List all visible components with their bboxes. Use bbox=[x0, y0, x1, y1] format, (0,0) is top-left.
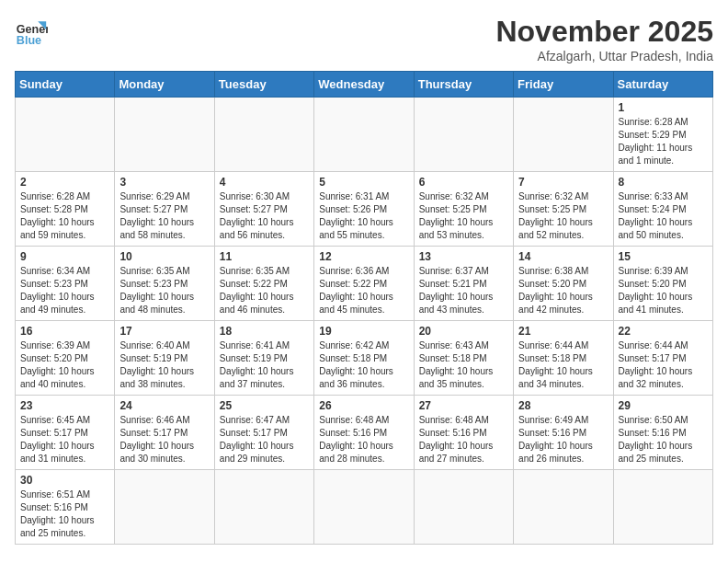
calendar-day-cell: 20Sunrise: 6:43 AM Sunset: 5:18 PM Dayli… bbox=[414, 321, 513, 396]
day-number: 11 bbox=[220, 250, 309, 263]
calendar-day-cell bbox=[314, 470, 414, 545]
day-info: Sunrise: 6:28 AM Sunset: 5:29 PM Dayligh… bbox=[619, 116, 708, 167]
day-number: 27 bbox=[419, 399, 508, 412]
day-info: Sunrise: 6:42 AM Sunset: 5:18 PM Dayligh… bbox=[319, 339, 408, 391]
calendar-day-cell bbox=[115, 98, 214, 172]
day-info: Sunrise: 6:35 AM Sunset: 5:22 PM Dayligh… bbox=[220, 265, 309, 316]
day-info: Sunrise: 6:33 AM Sunset: 5:24 PM Dayligh… bbox=[619, 190, 708, 242]
day-number: 20 bbox=[419, 325, 508, 338]
day-info: Sunrise: 6:45 AM Sunset: 5:17 PM Dayligh… bbox=[20, 414, 109, 465]
day-info: Sunrise: 6:49 AM Sunset: 5:16 PM Dayligh… bbox=[518, 414, 608, 465]
logo: General Blue bbox=[15, 15, 48, 48]
calendar-day-cell: 22Sunrise: 6:44 AM Sunset: 5:17 PM Dayli… bbox=[613, 321, 712, 396]
day-info: Sunrise: 6:48 AM Sunset: 5:16 PM Dayligh… bbox=[319, 414, 408, 465]
calendar-table: SundayMondayTuesdayWednesdayThursdayFrid… bbox=[15, 71, 713, 545]
calendar-day-cell: 24Sunrise: 6:46 AM Sunset: 5:17 PM Dayli… bbox=[115, 396, 214, 470]
day-of-week-header: Friday bbox=[514, 72, 613, 98]
day-info: Sunrise: 6:41 AM Sunset: 5:19 PM Dayligh… bbox=[220, 339, 309, 391]
calendar-day-cell: 19Sunrise: 6:42 AM Sunset: 5:18 PM Dayli… bbox=[314, 321, 414, 396]
calendar-day-cell bbox=[214, 98, 313, 172]
calendar-week-row: 9Sunrise: 6:34 AM Sunset: 5:23 PM Daylig… bbox=[16, 247, 713, 321]
day-info: Sunrise: 6:30 AM Sunset: 5:27 PM Dayligh… bbox=[220, 190, 309, 242]
day-of-week-header: Monday bbox=[115, 72, 214, 98]
day-number: 8 bbox=[619, 176, 708, 189]
location-subtitle: Afzalgarh, Uttar Pradesh, India bbox=[495, 49, 713, 63]
day-info: Sunrise: 6:29 AM Sunset: 5:27 PM Dayligh… bbox=[119, 190, 209, 242]
day-info: Sunrise: 6:37 AM Sunset: 5:21 PM Dayligh… bbox=[419, 265, 508, 316]
calendar-week-row: 1Sunrise: 6:28 AM Sunset: 5:29 PM Daylig… bbox=[16, 98, 713, 172]
day-number: 21 bbox=[518, 325, 608, 338]
day-info: Sunrise: 6:43 AM Sunset: 5:18 PM Dayligh… bbox=[419, 339, 508, 391]
day-info: Sunrise: 6:51 AM Sunset: 5:16 PM Dayligh… bbox=[20, 488, 109, 540]
day-number: 7 bbox=[518, 176, 608, 189]
calendar-day-cell: 9Sunrise: 6:34 AM Sunset: 5:23 PM Daylig… bbox=[16, 247, 115, 321]
svg-text:Blue: Blue bbox=[17, 34, 41, 47]
day-number: 22 bbox=[619, 325, 708, 338]
month-title: November 2025 bbox=[495, 15, 713, 49]
day-info: Sunrise: 6:36 AM Sunset: 5:22 PM Dayligh… bbox=[319, 265, 408, 316]
day-info: Sunrise: 6:28 AM Sunset: 5:28 PM Dayligh… bbox=[20, 190, 109, 242]
day-number: 24 bbox=[119, 399, 209, 412]
day-number: 9 bbox=[20, 250, 109, 263]
day-of-week-header: Wednesday bbox=[314, 72, 414, 98]
calendar-day-cell bbox=[514, 98, 613, 172]
logo-icon: General Blue bbox=[15, 15, 48, 48]
day-number: 6 bbox=[419, 176, 508, 189]
calendar-day-cell: 15Sunrise: 6:39 AM Sunset: 5:20 PM Dayli… bbox=[613, 247, 712, 321]
day-info: Sunrise: 6:50 AM Sunset: 5:16 PM Dayligh… bbox=[619, 414, 708, 465]
calendar-day-cell bbox=[613, 470, 712, 545]
day-number: 29 bbox=[619, 399, 708, 412]
day-number: 26 bbox=[319, 399, 408, 412]
calendar-week-row: 30Sunrise: 6:51 AM Sunset: 5:16 PM Dayli… bbox=[16, 470, 713, 545]
calendar-day-cell: 2Sunrise: 6:28 AM Sunset: 5:28 PM Daylig… bbox=[16, 172, 115, 247]
day-info: Sunrise: 6:44 AM Sunset: 5:18 PM Dayligh… bbox=[518, 339, 608, 391]
calendar-day-cell: 4Sunrise: 6:30 AM Sunset: 5:27 PM Daylig… bbox=[214, 172, 313, 247]
day-of-week-header: Thursday bbox=[414, 72, 513, 98]
calendar-day-cell: 30Sunrise: 6:51 AM Sunset: 5:16 PM Dayli… bbox=[16, 470, 115, 545]
calendar-day-cell: 10Sunrise: 6:35 AM Sunset: 5:23 PM Dayli… bbox=[115, 247, 214, 321]
title-block: November 2025 Afzalgarh, Uttar Pradesh, … bbox=[495, 15, 713, 63]
day-number: 12 bbox=[319, 250, 408, 263]
day-info: Sunrise: 6:32 AM Sunset: 5:25 PM Dayligh… bbox=[419, 190, 508, 242]
day-number: 16 bbox=[20, 325, 109, 338]
day-info: Sunrise: 6:32 AM Sunset: 5:25 PM Dayligh… bbox=[518, 190, 608, 242]
day-number: 4 bbox=[220, 176, 309, 189]
calendar-week-row: 16Sunrise: 6:39 AM Sunset: 5:20 PM Dayli… bbox=[16, 321, 713, 396]
calendar-day-cell: 1Sunrise: 6:28 AM Sunset: 5:29 PM Daylig… bbox=[613, 98, 712, 172]
calendar-day-cell bbox=[214, 470, 313, 545]
day-number: 25 bbox=[220, 399, 309, 412]
calendar-day-cell: 7Sunrise: 6:32 AM Sunset: 5:25 PM Daylig… bbox=[514, 172, 613, 247]
day-info: Sunrise: 6:39 AM Sunset: 5:20 PM Dayligh… bbox=[619, 265, 708, 316]
calendar-day-cell: 16Sunrise: 6:39 AM Sunset: 5:20 PM Dayli… bbox=[16, 321, 115, 396]
calendar-day-cell: 27Sunrise: 6:48 AM Sunset: 5:16 PM Dayli… bbox=[414, 396, 513, 470]
calendar-week-row: 23Sunrise: 6:45 AM Sunset: 5:17 PM Dayli… bbox=[16, 396, 713, 470]
calendar-day-cell: 26Sunrise: 6:48 AM Sunset: 5:16 PM Dayli… bbox=[314, 396, 414, 470]
calendar-day-cell: 8Sunrise: 6:33 AM Sunset: 5:24 PM Daylig… bbox=[613, 172, 712, 247]
day-info: Sunrise: 6:34 AM Sunset: 5:23 PM Dayligh… bbox=[20, 265, 109, 316]
calendar-day-cell bbox=[414, 470, 513, 545]
calendar-week-row: 2Sunrise: 6:28 AM Sunset: 5:28 PM Daylig… bbox=[16, 172, 713, 247]
day-info: Sunrise: 6:48 AM Sunset: 5:16 PM Dayligh… bbox=[419, 414, 508, 465]
day-number: 2 bbox=[20, 176, 109, 189]
calendar-day-cell bbox=[115, 470, 214, 545]
day-number: 30 bbox=[20, 474, 109, 487]
day-info: Sunrise: 6:44 AM Sunset: 5:17 PM Dayligh… bbox=[619, 339, 708, 391]
day-of-week-header: Sunday bbox=[16, 72, 115, 98]
day-info: Sunrise: 6:39 AM Sunset: 5:20 PM Dayligh… bbox=[20, 339, 109, 391]
day-number: 10 bbox=[119, 250, 209, 263]
calendar-header-row: SundayMondayTuesdayWednesdayThursdayFrid… bbox=[16, 72, 713, 98]
day-number: 3 bbox=[119, 176, 209, 189]
day-number: 19 bbox=[319, 325, 408, 338]
day-number: 23 bbox=[20, 399, 109, 412]
calendar-day-cell: 13Sunrise: 6:37 AM Sunset: 5:21 PM Dayli… bbox=[414, 247, 513, 321]
day-number: 5 bbox=[319, 176, 408, 189]
calendar-day-cell bbox=[414, 98, 513, 172]
calendar-day-cell: 5Sunrise: 6:31 AM Sunset: 5:26 PM Daylig… bbox=[314, 172, 414, 247]
day-info: Sunrise: 6:40 AM Sunset: 5:19 PM Dayligh… bbox=[119, 339, 209, 391]
calendar-day-cell: 21Sunrise: 6:44 AM Sunset: 5:18 PM Dayli… bbox=[514, 321, 613, 396]
calendar-day-cell: 25Sunrise: 6:47 AM Sunset: 5:17 PM Dayli… bbox=[214, 396, 313, 470]
day-info: Sunrise: 6:46 AM Sunset: 5:17 PM Dayligh… bbox=[119, 414, 209, 465]
day-info: Sunrise: 6:38 AM Sunset: 5:20 PM Dayligh… bbox=[518, 265, 608, 316]
page-header: General Blue November 2025 Afzalgarh, Ut… bbox=[15, 15, 713, 63]
day-number: 15 bbox=[619, 250, 708, 263]
